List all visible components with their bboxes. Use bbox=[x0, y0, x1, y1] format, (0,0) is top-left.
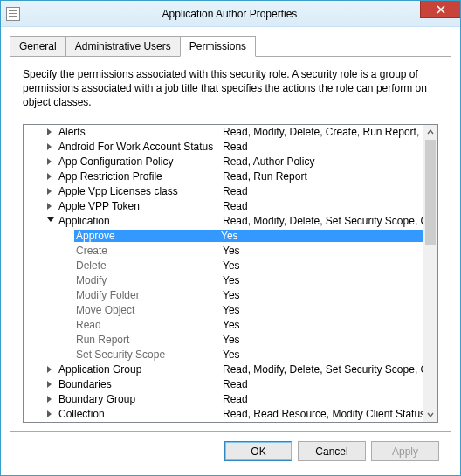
tabstrip: General Administrative Users Permissions bbox=[10, 36, 451, 57]
row-name: Alerts bbox=[58, 126, 223, 138]
expand-icon[interactable] bbox=[47, 173, 55, 181]
expand-icon[interactable] bbox=[47, 396, 55, 404]
row-name: Boundary Group bbox=[58, 393, 223, 405]
tree-row-runreport[interactable]: Run Report Yes bbox=[24, 333, 423, 348]
permissions-tree: Alerts Read, Modify, Delete, Create, Run… bbox=[23, 124, 438, 423]
cancel-button[interactable]: Cancel bbox=[298, 441, 366, 461]
tree-row-appconfig[interactable]: App Configuration Policy Read, Author Po… bbox=[24, 155, 423, 169]
expand-icon[interactable] bbox=[47, 381, 55, 389]
vertical-scrollbar[interactable] bbox=[423, 125, 437, 422]
apply-button[interactable]: Apply bbox=[371, 441, 439, 461]
scroll-down-button[interactable] bbox=[423, 407, 437, 422]
row-name: Modify bbox=[76, 274, 223, 286]
close-icon bbox=[437, 5, 445, 14]
row-name: Android For Work Account Status bbox=[58, 141, 223, 153]
scroll-up-button[interactable] bbox=[423, 125, 437, 140]
tab-administrative-users[interactable]: Administrative Users bbox=[65, 36, 181, 57]
tree-row-read[interactable]: Read Yes bbox=[24, 318, 423, 333]
row-value: Read bbox=[223, 200, 423, 212]
row-value: Read, Read Resource, Modify Client Statu… bbox=[223, 408, 423, 420]
row-name: Apple Vpp Licenses class bbox=[58, 185, 223, 197]
titlebar: Application Author Properties bbox=[1, 1, 460, 27]
row-value: Yes bbox=[223, 274, 423, 286]
scroll-track[interactable] bbox=[423, 140, 437, 407]
row-name: Approve bbox=[74, 230, 221, 242]
expand-icon[interactable] bbox=[47, 158, 55, 166]
system-menu-icon[interactable] bbox=[6, 7, 20, 21]
tree-row-vpptoken[interactable]: Apple VPP Token Read bbox=[24, 199, 423, 214]
row-name: Boundaries bbox=[58, 378, 223, 390]
collapse-icon[interactable] bbox=[47, 217, 55, 225]
properties-dialog: Application Author Properties General Ad… bbox=[0, 0, 461, 476]
row-value: Yes bbox=[223, 334, 423, 346]
tree-row-setscope[interactable]: Set Security Scope Yes bbox=[24, 348, 423, 362]
tree-row-collection[interactable]: Collection Read, Read Resource, Modify C… bbox=[24, 407, 423, 422]
row-value: Read bbox=[223, 141, 423, 153]
row-value: Yes bbox=[223, 245, 423, 257]
row-value: Yes bbox=[223, 304, 423, 316]
row-value: Read, Modify, Delete, Set Security Scope… bbox=[223, 363, 423, 376]
row-name: Collection bbox=[58, 408, 223, 420]
row-value: Read bbox=[223, 378, 423, 390]
tree-row-create[interactable]: Create Yes bbox=[24, 244, 423, 259]
row-value: Read bbox=[223, 393, 423, 405]
row-value: Yes bbox=[223, 319, 423, 331]
description-text: Specify the permissions associated with … bbox=[23, 67, 438, 110]
row-name: Read bbox=[76, 319, 223, 331]
tree-row-moveobject[interactable]: Move Object Yes bbox=[24, 303, 423, 318]
row-name: Application bbox=[58, 215, 223, 227]
tab-permissions[interactable]: Permissions bbox=[180, 36, 256, 57]
scroll-thumb[interactable] bbox=[425, 140, 436, 245]
row-value: Read, Modify, Delete, Set Security Scope… bbox=[223, 215, 423, 227]
ok-button[interactable]: OK bbox=[224, 441, 292, 461]
expand-icon[interactable] bbox=[47, 143, 55, 151]
tab-general[interactable]: General bbox=[10, 36, 66, 57]
row-name: Move Object bbox=[76, 304, 223, 316]
expand-icon[interactable] bbox=[47, 203, 55, 210]
tree-row-apprestrict[interactable]: App Restriction Profile Read, Run Report bbox=[24, 169, 423, 184]
row-value: Read, Run Report bbox=[223, 170, 423, 183]
tree-row-approve[interactable]: Approve Yes bbox=[24, 229, 423, 244]
tabpanel-permissions: Specify the permissions associated with … bbox=[10, 56, 451, 432]
row-name: Delete bbox=[76, 259, 223, 272]
tree-content: Alerts Read, Modify, Delete, Create, Run… bbox=[24, 125, 423, 422]
tree-row-delete[interactable]: Delete Yes bbox=[24, 259, 423, 273]
row-name: App Restriction Profile bbox=[58, 170, 223, 183]
row-name: Set Security Scope bbox=[76, 348, 223, 361]
row-value: Yes bbox=[223, 259, 423, 272]
tree-row-boundaries[interactable]: Boundaries Read bbox=[24, 377, 423, 392]
row-value: Yes bbox=[223, 289, 423, 301]
row-value: Read bbox=[223, 185, 423, 197]
button-bar: OK Cancel Apply bbox=[10, 432, 451, 468]
window-title: Application Author Properties bbox=[25, 8, 460, 20]
tree-row-alerts[interactable]: Alerts Read, Modify, Delete, Create, Run… bbox=[24, 125, 423, 140]
chevron-up-icon bbox=[427, 129, 434, 135]
row-value: Yes bbox=[221, 230, 423, 242]
expand-icon[interactable] bbox=[47, 366, 55, 374]
row-name: Application Group bbox=[58, 363, 223, 376]
tree-row-modifyfolder[interactable]: Modify Folder Yes bbox=[24, 288, 423, 303]
row-value: Read, Modify, Delete, Create, Run Report… bbox=[223, 126, 423, 138]
row-name: Modify Folder bbox=[76, 289, 223, 301]
tree-row-appgroup[interactable]: Application Group Read, Modify, Delete, … bbox=[24, 362, 423, 377]
tree-row-android[interactable]: Android For Work Account Status Read bbox=[24, 140, 423, 155]
close-button[interactable] bbox=[420, 1, 460, 18]
tree-row-vpplic[interactable]: Apple Vpp Licenses class Read bbox=[24, 184, 423, 199]
row-name: Run Report bbox=[76, 334, 223, 346]
expand-icon[interactable] bbox=[47, 188, 55, 196]
tree-row-boundarygrp[interactable]: Boundary Group Read bbox=[24, 392, 423, 407]
chevron-down-icon bbox=[427, 412, 434, 417]
expand-icon[interactable] bbox=[47, 410, 55, 418]
row-name: App Configuration Policy bbox=[58, 155, 223, 168]
row-name: Apple VPP Token bbox=[58, 200, 223, 212]
tree-row-application[interactable]: Application Read, Modify, Delete, Set Se… bbox=[24, 214, 423, 229]
tree-row-modify[interactable]: Modify Yes bbox=[24, 273, 423, 288]
row-name: Create bbox=[76, 245, 223, 257]
client-area: General Administrative Users Permissions… bbox=[1, 27, 460, 475]
row-value: Read, Author Policy bbox=[223, 155, 423, 168]
expand-icon[interactable] bbox=[47, 128, 55, 136]
row-value: Yes bbox=[223, 348, 423, 361]
